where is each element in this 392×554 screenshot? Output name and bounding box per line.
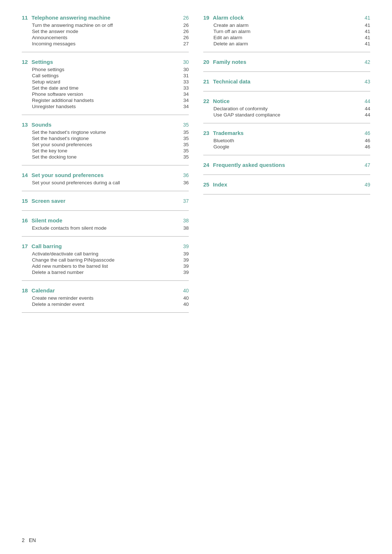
section-heading: 23 Trademarks — [203, 130, 244, 136]
section-heading: 18 Calendar — [22, 287, 55, 294]
section-number: 24 — [203, 162, 209, 168]
toc-section: 15 Screen saver37 — [22, 198, 189, 211]
section-heading: 15 Screen saver — [22, 198, 65, 204]
section-number: 11 — [22, 15, 28, 21]
section-number: 25 — [203, 181, 209, 188]
sub-item-page: 40 — [183, 295, 189, 301]
sub-item-page: 33 — [183, 79, 189, 85]
section-number: 20 — [203, 59, 209, 65]
sub-item-label: Set your sound preferences during a call — [32, 180, 120, 185]
section-page-number: 35 — [183, 122, 189, 128]
toc-section-title-row: 15 Screen saver37 — [22, 198, 189, 204]
sub-item-page: 40 — [183, 301, 189, 307]
toc-section-title-row: 13 Sounds35 — [22, 122, 189, 128]
sub-item-page: 41 — [365, 41, 370, 46]
toc-sub-item: Set the handset's ringtone35 — [22, 135, 189, 141]
footer-language: EN — [29, 537, 36, 543]
toc-section-title-row: 14 Set your sound preferences36 — [22, 172, 189, 178]
toc-sub-item: Register additional handsets34 — [22, 97, 189, 103]
sub-item-page: 35 — [183, 136, 189, 141]
section-page-number: 42 — [364, 59, 370, 65]
sub-item-label: Turn off an alarm — [213, 29, 250, 34]
sub-item-page: 26 — [183, 29, 189, 34]
toc-sub-item: Phone software version34 — [22, 91, 189, 97]
section-number: 13 — [22, 122, 28, 128]
toc-sub-item: Set your sound preferences during a call… — [22, 180, 189, 186]
sub-item-label: Call settings — [32, 73, 59, 78]
toc-section: 18 Calendar40Create new reminder events4… — [22, 287, 189, 313]
toc-sub-item: Set the handset's ringtone volume35 — [22, 129, 189, 135]
toc-section-title-row: 19 Alarm clock41 — [203, 15, 370, 21]
sub-item-page: 26 — [183, 22, 189, 28]
toc-section: 21 Technical data43 — [203, 78, 370, 91]
sub-item-page: 34 — [183, 104, 189, 109]
toc-sub-item: Set the docking tone35 — [22, 154, 189, 160]
toc-sub-item: Delete an alarm41 — [203, 41, 370, 47]
sub-item-page: 46 — [365, 138, 370, 143]
section-page-number: 40 — [183, 288, 189, 294]
sub-item-page: 31 — [183, 73, 189, 78]
section-number: 22 — [203, 98, 209, 104]
toc-section-title-row: 23 Trademarks46 — [203, 130, 370, 136]
sub-item-label: Phone software version — [32, 91, 83, 97]
toc-section: 23 Trademarks46Bluetooth46Google46 — [203, 130, 370, 155]
sub-item-label: Phone settings — [32, 67, 64, 72]
section-page-number: 41 — [364, 15, 370, 21]
sub-item-label: Set the answer mode — [32, 29, 78, 34]
toc-section-title-row: 25 Index49 — [203, 181, 370, 188]
section-heading: 12 Settings — [22, 59, 53, 65]
sub-item-label: Delete an alarm — [213, 41, 248, 46]
section-page-number: 26 — [183, 15, 189, 21]
toc-section: 14 Set your sound preferences36Set your … — [22, 172, 189, 191]
section-page-number: 38 — [183, 218, 189, 223]
footer: 2 EN — [22, 537, 36, 543]
sub-item-label: Set the handset's ringtone — [32, 136, 89, 141]
toc-sub-item: Setup wizard33 — [22, 79, 189, 85]
sub-item-label: Bluetooth — [213, 138, 234, 143]
toc-sub-item: Announcements26 — [22, 34, 189, 41]
section-page-number: 49 — [364, 182, 370, 188]
section-page-number: 30 — [183, 59, 189, 65]
sub-item-page: 26 — [183, 35, 189, 40]
toc-section-title-row: 11 Telephone answering machine26 — [22, 15, 189, 21]
section-heading: 11 Telephone answering machine — [22, 15, 110, 21]
toc-sub-item: Exclude contacts from silent mode38 — [22, 225, 189, 231]
toc-sub-item: Activate/deactivate call barring39 — [22, 251, 189, 257]
toc-sub-item: Change the call barring PIN/passcode39 — [22, 257, 189, 263]
section-number: 18 — [22, 287, 28, 294]
toc-section: 16 Silent mode38Exclude contacts from si… — [22, 217, 189, 237]
toc-sub-item: Set the date and time33 — [22, 85, 189, 91]
right-column: 19 Alarm clock41Create an alarm41Turn of… — [203, 15, 370, 319]
sub-item-label: Delete a reminder event — [32, 301, 84, 307]
section-number: 19 — [203, 15, 209, 21]
toc-section: 19 Alarm clock41Create an alarm41Turn of… — [203, 15, 370, 52]
section-page-number: 44 — [364, 98, 370, 104]
sub-item-label: Turn the answering machine on or off — [32, 22, 113, 28]
toc-section: 25 Index49 — [203, 181, 370, 194]
sub-item-page: 30 — [183, 67, 189, 72]
sub-item-label: Google — [213, 144, 229, 149]
footer-page-number: 2 — [22, 537, 25, 543]
toc-section: 11 Telephone answering machine26Turn the… — [22, 15, 189, 52]
toc-sub-item: Create an alarm41 — [203, 22, 370, 28]
sub-item-page: 44 — [365, 112, 370, 118]
toc-section: 12 Settings30Phone settings30Call settin… — [22, 59, 189, 115]
toc-section-title-row: 20 Family notes42 — [203, 59, 370, 65]
section-number: 23 — [203, 130, 209, 136]
toc-section-title-row: 12 Settings30 — [22, 59, 189, 65]
sub-item-label: Set the date and time — [32, 85, 78, 91]
sub-item-page: 41 — [365, 29, 370, 34]
toc-section-title-row: 17 Call barring39 — [22, 243, 189, 249]
sub-item-label: Activate/deactivate call barring — [32, 251, 98, 257]
section-page-number: 43 — [364, 79, 370, 85]
sub-item-page: 27 — [183, 41, 189, 46]
sub-item-page: 41 — [365, 22, 370, 28]
section-heading: 13 Sounds — [22, 122, 52, 128]
section-heading: 17 Call barring — [22, 243, 62, 249]
toc-sub-item: Set the key tone35 — [22, 148, 189, 154]
sub-item-label: Set the docking tone — [32, 154, 77, 160]
toc-sub-item: Phone settings30 — [22, 66, 189, 73]
section-heading: 16 Silent mode — [22, 217, 62, 223]
page-content: 11 Telephone answering machine26Turn the… — [22, 15, 370, 319]
sub-item-label: Set the handset's ringtone volume — [32, 130, 106, 135]
